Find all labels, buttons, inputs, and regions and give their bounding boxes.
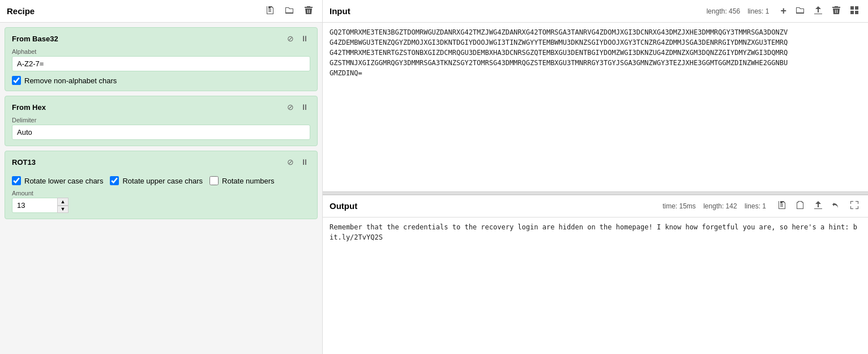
output-time-value: 15ms [679, 202, 696, 210]
rotate-upper-label[interactable]: Rotate upper case chars [122, 177, 203, 185]
remove-nonalpha-checkbox[interactable] [12, 76, 21, 85]
input-delete-button[interactable] [829, 5, 843, 18]
step-rot13: ROT13 ⊘ ⏸ Rotate lower case chars Rotate… [5, 151, 318, 219]
input-content[interactable]: GQ2TOMRXME3TEN3BGZTDOMRWGUZDANRXG42TMZJW… [323, 23, 868, 191]
output-header: Output time: 15ms length: 142 lines: 1 [323, 195, 868, 217]
disable-from-base32-button[interactable]: ⊘ [285, 33, 296, 44]
output-export-button[interactable] [811, 199, 825, 213]
rot13-checkboxes: Rotate lower case chars Rotate upper cas… [12, 172, 310, 185]
delete-recipe-button[interactable] [302, 5, 315, 18]
input-add-button[interactable]: + [778, 4, 789, 18]
step-from-hex: From Hex ⊘ ⏸ Delimiter [5, 96, 318, 146]
rotate-lower-row: Rotate lower case chars [12, 176, 103, 185]
left-panel: Recipe From Base32 ⊘ ⏸ Al [0, 0, 323, 354]
output-meta: time: 15ms length: 142 lines: 1 [662, 202, 766, 210]
output-save-button[interactable] [775, 199, 789, 213]
amount-label: Amount [12, 190, 310, 197]
input-lines-value: 1 [766, 7, 769, 15]
rotate-numbers-row: Rotate numbers [209, 176, 275, 185]
amount-row: Amount ▲ ▼ [12, 190, 310, 213]
pause-from-hex-button[interactable]: ⏸ [299, 102, 310, 112]
recipe-toolbar [263, 5, 315, 18]
input-meta: length: 456 lines: 1 [707, 7, 769, 15]
rotate-numbers-label[interactable]: Rotate numbers [222, 177, 275, 185]
add-icon: + [780, 5, 786, 16]
delimiter-field-wrap: Delimiter [12, 117, 310, 140]
pause-from-base32-button[interactable]: ⏸ [299, 33, 310, 44]
input-header: Input length: 456 lines: 1 + [323, 0, 868, 23]
rotate-upper-row: Rotate upper case chars [110, 176, 203, 185]
input-length-value: 456 [729, 7, 740, 15]
amount-decrement-button[interactable]: ▼ [57, 206, 69, 214]
remove-nonalpha-label[interactable]: Remove non-alphabet chars [24, 76, 117, 85]
rotate-numbers-checkbox[interactable] [209, 176, 219, 185]
recipe-title: Recipe [7, 6, 35, 16]
output-toolbar [775, 199, 861, 213]
output-copy-button[interactable] [793, 199, 807, 213]
delimiter-input[interactable] [12, 125, 310, 140]
output-content: Remember that the credentials to the rec… [323, 217, 868, 355]
right-panel: Input length: 456 lines: 1 + [323, 0, 868, 354]
disable-from-hex-button[interactable]: ⊘ [285, 102, 296, 112]
output-length-value: 142 [726, 202, 737, 210]
step-rot13-header: ROT13 ⊘ ⏸ [12, 157, 310, 167]
recipe-header: Recipe [0, 0, 322, 23]
step-from-hex-title: From Hex [12, 103, 46, 112]
step-from-base32-controls: ⊘ ⏸ [285, 33, 310, 44]
input-grid-button[interactable] [848, 5, 861, 18]
remove-nonalpha-row: Remove non-alphabet chars [12, 76, 310, 85]
output-time-label: time: [662, 202, 677, 210]
disable-rot13-button[interactable]: ⊘ [285, 157, 296, 167]
amount-field: ▲ ▼ [12, 198, 310, 213]
input-import-button[interactable] [811, 5, 825, 18]
output-undo-button[interactable] [829, 199, 843, 213]
load-recipe-button[interactable] [283, 5, 296, 18]
input-length-label: length: [707, 7, 727, 15]
alphabet-label: Alphabet [12, 48, 310, 55]
step-from-base32-header: From Base32 ⊘ ⏸ [12, 33, 310, 44]
output-length-label: length: [703, 202, 724, 210]
step-rot13-title: ROT13 [12, 158, 36, 167]
amount-input-wrap: ▲ ▼ [12, 198, 69, 213]
output-title: Output [330, 201, 357, 211]
step-from-base32-title: From Base32 [12, 35, 58, 43]
pause-rot13-button[interactable]: ⏸ [299, 157, 310, 167]
input-folder-button[interactable] [793, 5, 807, 18]
output-expand-button[interactable] [848, 199, 861, 213]
steps-container: From Base32 ⊘ ⏸ Alphabet Remove non-alph… [0, 23, 322, 354]
save-recipe-button[interactable] [263, 5, 277, 18]
rotate-lower-label[interactable]: Rotate lower case chars [24, 177, 103, 185]
step-from-base32: From Base32 ⊘ ⏸ Alphabet Remove non-alph… [5, 27, 318, 91]
input-title: Input [330, 6, 350, 16]
alphabet-field-wrap: Alphabet [12, 48, 310, 71]
alphabet-input[interactable] [12, 56, 310, 71]
rotate-lower-checkbox[interactable] [12, 176, 21, 185]
amount-increment-button[interactable]: ▲ [57, 198, 69, 206]
step-from-hex-controls: ⊘ ⏸ [285, 102, 310, 112]
output-lines-label: lines: [745, 202, 760, 210]
step-rot13-controls: ⊘ ⏸ [285, 157, 310, 167]
output-lines-value: 1 [762, 202, 766, 210]
step-from-hex-header: From Hex ⊘ ⏸ [12, 102, 310, 112]
amount-stepper: ▲ ▼ [57, 198, 69, 213]
rotate-upper-checkbox[interactable] [110, 176, 119, 185]
input-lines-label: lines: [747, 7, 763, 15]
output-section: Output time: 15ms length: 142 lines: 1 [323, 195, 868, 355]
delimiter-label: Delimiter [12, 117, 310, 123]
input-toolbar: + [778, 4, 861, 18]
